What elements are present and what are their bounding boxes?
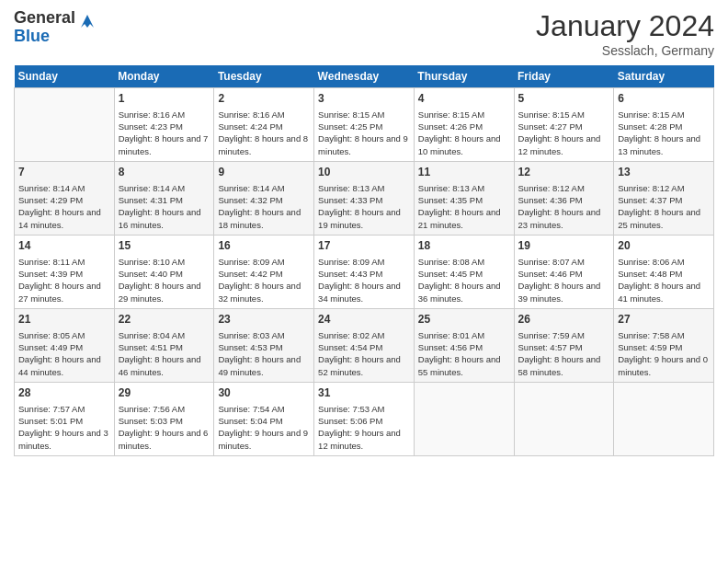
table-row: 26Sunrise: 7:59 AMSunset: 4:57 PMDayligh… xyxy=(514,309,614,383)
sunset-text: Sunset: 4:26 PM xyxy=(418,121,510,132)
sunset-text: Sunset: 4:36 PM xyxy=(518,194,610,206)
table-row: 7Sunrise: 8:14 AMSunset: 4:29 PMDaylight… xyxy=(15,162,115,236)
table-row: 10Sunrise: 8:13 AMSunset: 4:33 PMDayligh… xyxy=(314,162,415,236)
daylight-text: Daylight: 8 hours and 29 minutes. xyxy=(119,280,210,304)
header: General Blue January 2024 Sesslach, Germ… xyxy=(14,9,714,58)
sunset-text: Sunset: 4:24 PM xyxy=(218,121,310,132)
col-sunday: Sunday xyxy=(15,65,115,88)
daylight-text: Daylight: 8 hours and 55 minutes. xyxy=(418,353,510,378)
day-number: 20 xyxy=(618,238,710,254)
calendar-week-row: 1Sunrise: 8:16 AMSunset: 4:23 PMDaylight… xyxy=(15,88,714,162)
table-row xyxy=(414,383,514,456)
sunset-text: Sunset: 5:01 PM xyxy=(18,415,110,427)
calendar-week-row: 7Sunrise: 8:14 AMSunset: 4:29 PMDaylight… xyxy=(15,162,714,236)
calendar-week-row: 21Sunrise: 8:05 AMSunset: 4:49 PMDayligh… xyxy=(15,309,714,383)
sunrise-text: Sunrise: 8:13 AM xyxy=(418,182,510,194)
day-number: 18 xyxy=(418,238,510,254)
daylight-text: Daylight: 9 hours and 6 minutes. xyxy=(119,427,210,452)
sunrise-text: Sunrise: 8:10 AM xyxy=(119,256,210,268)
sunset-text: Sunset: 4:37 PM xyxy=(618,194,710,206)
sunset-text: Sunset: 4:32 PM xyxy=(218,194,310,206)
table-row: 4Sunrise: 8:15 AMSunset: 4:26 PMDaylight… xyxy=(414,88,514,162)
day-number: 30 xyxy=(218,385,310,401)
day-number: 10 xyxy=(318,165,410,180)
table-row: 15Sunrise: 8:10 AMSunset: 4:40 PMDayligh… xyxy=(114,236,214,309)
day-number: 14 xyxy=(18,238,110,254)
col-thursday: Thursday xyxy=(414,65,514,88)
day-number: 13 xyxy=(618,165,710,180)
sunset-text: Sunset: 4:25 PM xyxy=(318,121,410,132)
daylight-text: Daylight: 8 hours and 32 minutes. xyxy=(218,280,310,304)
table-row: 14Sunrise: 8:11 AMSunset: 4:39 PMDayligh… xyxy=(15,236,115,309)
day-number: 26 xyxy=(518,312,610,327)
table-row: 21Sunrise: 8:05 AMSunset: 4:49 PMDayligh… xyxy=(15,309,115,383)
day-number: 3 xyxy=(318,91,410,107)
sunrise-text: Sunrise: 8:08 AM xyxy=(418,256,510,268)
sunset-text: Sunset: 4:59 PM xyxy=(618,341,710,353)
sunset-text: Sunset: 5:03 PM xyxy=(119,415,210,427)
sunset-text: Sunset: 4:48 PM xyxy=(618,268,710,280)
title-area: January 2024 Sesslach, Germany xyxy=(536,9,714,58)
page-container: General Blue January 2024 Sesslach, Germ… xyxy=(0,0,728,563)
table-row: 31Sunrise: 7:53 AMSunset: 5:06 PMDayligh… xyxy=(314,383,415,456)
sunset-text: Sunset: 5:06 PM xyxy=(318,415,410,427)
sunrise-text: Sunrise: 7:56 AM xyxy=(119,403,210,415)
sunset-text: Sunset: 4:57 PM xyxy=(518,341,610,353)
day-number: 5 xyxy=(518,91,610,107)
day-number: 11 xyxy=(418,165,510,180)
table-row: 22Sunrise: 8:04 AMSunset: 4:51 PMDayligh… xyxy=(114,309,214,383)
daylight-text: Daylight: 8 hours and 39 minutes. xyxy=(518,280,610,304)
calendar-header-row: Sunday Monday Tuesday Wednesday Thursday… xyxy=(15,65,714,88)
sunrise-text: Sunrise: 7:57 AM xyxy=(18,403,110,415)
daylight-text: Daylight: 9 hours and 9 minutes. xyxy=(218,427,310,452)
daylight-text: Daylight: 8 hours and 25 minutes. xyxy=(618,206,710,231)
day-number: 24 xyxy=(318,312,410,327)
col-wednesday: Wednesday xyxy=(314,65,415,88)
sunrise-text: Sunrise: 8:15 AM xyxy=(318,109,410,121)
daylight-text: Daylight: 8 hours and 46 minutes. xyxy=(119,353,210,378)
col-tuesday: Tuesday xyxy=(214,65,314,88)
table-row: 27Sunrise: 7:58 AMSunset: 4:59 PMDayligh… xyxy=(614,309,714,383)
sunset-text: Sunset: 4:23 PM xyxy=(119,121,210,132)
sunset-text: Sunset: 4:27 PM xyxy=(518,121,610,132)
table-row: 28Sunrise: 7:57 AMSunset: 5:01 PMDayligh… xyxy=(15,383,115,456)
table-row: 3Sunrise: 8:15 AMSunset: 4:25 PMDaylight… xyxy=(314,88,415,162)
daylight-text: Daylight: 8 hours and 58 minutes. xyxy=(518,353,610,378)
sunrise-text: Sunrise: 8:16 AM xyxy=(218,109,310,121)
sunrise-text: Sunrise: 8:14 AM xyxy=(119,182,210,194)
sunrise-text: Sunrise: 8:14 AM xyxy=(18,182,110,194)
day-number: 16 xyxy=(218,238,310,254)
day-number: 15 xyxy=(119,238,210,254)
sunrise-text: Sunrise: 8:05 AM xyxy=(18,329,110,341)
day-number: 25 xyxy=(418,312,510,327)
daylight-text: Daylight: 8 hours and 16 minutes. xyxy=(119,206,210,231)
day-number: 1 xyxy=(119,91,210,107)
sunset-text: Sunset: 4:45 PM xyxy=(418,268,510,280)
table-row: 24Sunrise: 8:02 AMSunset: 4:54 PMDayligh… xyxy=(314,309,415,383)
table-row: 18Sunrise: 8:08 AMSunset: 4:45 PMDayligh… xyxy=(414,236,514,309)
daylight-text: Daylight: 9 hours and 12 minutes. xyxy=(318,427,410,452)
daylight-text: Daylight: 8 hours and 19 minutes. xyxy=(318,206,410,231)
sunset-text: Sunset: 4:42 PM xyxy=(218,268,310,280)
sunrise-text: Sunrise: 8:07 AM xyxy=(518,256,610,268)
col-saturday: Saturday xyxy=(614,65,714,88)
table-row: 30Sunrise: 7:54 AMSunset: 5:04 PMDayligh… xyxy=(214,383,314,456)
day-number: 27 xyxy=(618,312,710,327)
table-row: 6Sunrise: 8:15 AMSunset: 4:28 PMDaylight… xyxy=(614,88,714,162)
sunrise-text: Sunrise: 8:15 AM xyxy=(618,109,710,121)
sunrise-text: Sunrise: 8:03 AM xyxy=(218,329,310,341)
table-row: 20Sunrise: 8:06 AMSunset: 4:48 PMDayligh… xyxy=(614,236,714,309)
daylight-text: Daylight: 8 hours and 41 minutes. xyxy=(618,280,710,304)
sunset-text: Sunset: 4:53 PM xyxy=(218,341,310,353)
logo: General Blue xyxy=(14,9,97,46)
daylight-text: Daylight: 8 hours and 7 minutes. xyxy=(119,132,210,157)
day-number: 6 xyxy=(618,91,710,107)
sunset-text: Sunset: 4:46 PM xyxy=(518,268,610,280)
daylight-text: Daylight: 8 hours and 8 minutes. xyxy=(218,132,310,157)
sunrise-text: Sunrise: 8:09 AM xyxy=(218,256,310,268)
day-number: 21 xyxy=(18,312,110,327)
day-number: 7 xyxy=(18,165,110,180)
day-number: 31 xyxy=(318,385,410,401)
daylight-text: Daylight: 8 hours and 21 minutes. xyxy=(418,206,510,231)
day-number: 29 xyxy=(119,385,210,401)
